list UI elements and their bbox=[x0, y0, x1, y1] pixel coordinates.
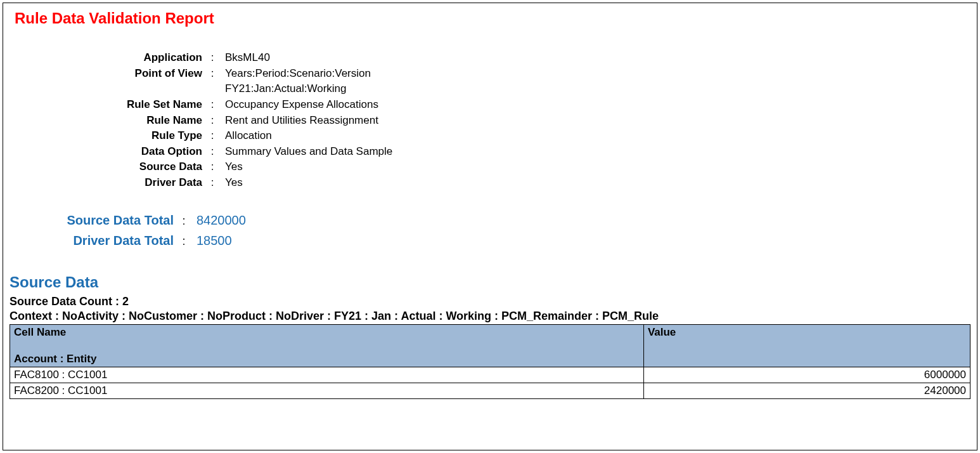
meta-colon: : bbox=[206, 128, 219, 144]
cell-name: FAC8100 : CC1001 bbox=[10, 367, 644, 383]
meta-label: Data Option bbox=[10, 144, 206, 160]
header-value: Value bbox=[643, 324, 970, 367]
meta-value: Summary Values and Data Sample bbox=[219, 144, 392, 160]
meta-value: Rent and Utilities Reassignment bbox=[219, 113, 378, 129]
source-data-section-title: Source Data bbox=[10, 273, 970, 291]
total-colon: : bbox=[177, 232, 190, 251]
meta-row-pov: Point of View : Years:Period:Scenario:Ve… bbox=[10, 66, 970, 97]
total-label: Driver Data Total bbox=[10, 230, 177, 251]
header-cell-name: Cell Name Account : Entity bbox=[10, 324, 644, 367]
meta-value: Yes bbox=[219, 159, 243, 175]
meta-value: Yes bbox=[219, 175, 243, 191]
source-data-context: Context : NoActivity : NoCustomer : NoPr… bbox=[10, 310, 970, 323]
cell-name: FAC8200 : CC1001 bbox=[10, 383, 644, 398]
meta-colon: : bbox=[206, 66, 219, 82]
meta-row-ruletype: Rule Type : Allocation bbox=[10, 128, 970, 144]
meta-colon: : bbox=[206, 159, 219, 175]
meta-value: Allocation bbox=[219, 128, 272, 144]
meta-row-ruleset: Rule Set Name : Occupancy Expense Alloca… bbox=[10, 97, 970, 113]
source-data-table: Cell Name Account : Entity Value FAC8100… bbox=[10, 324, 970, 399]
meta-label: Source Data bbox=[10, 159, 206, 175]
header-cell-name-main: Cell Name bbox=[14, 326, 66, 338]
total-value: 18500 bbox=[190, 230, 232, 251]
table-row: FAC8200 : CC1001 2420000 bbox=[10, 383, 970, 398]
cell-value: 6000000 bbox=[643, 367, 970, 383]
header-cell-name-sub: Account : Entity bbox=[14, 353, 640, 365]
meta-label: Rule Set Name bbox=[10, 97, 206, 113]
meta-value: Occupancy Expense Allocations bbox=[219, 97, 378, 113]
report-title: Rule Data Validation Report bbox=[15, 10, 970, 27]
meta-value: BksML40 bbox=[219, 50, 270, 66]
meta-colon: : bbox=[206, 144, 219, 160]
meta-colon: : bbox=[206, 97, 219, 113]
meta-label: Rule Name bbox=[10, 113, 206, 129]
meta-row-dataoption: Data Option : Summary Values and Data Sa… bbox=[10, 144, 970, 160]
meta-row-application: Application : BksML40 bbox=[10, 50, 970, 66]
meta-row-rulename: Rule Name : Rent and Utilities Reassignm… bbox=[10, 113, 970, 129]
meta-label: Application bbox=[10, 50, 206, 66]
cell-value: 2420000 bbox=[643, 383, 970, 398]
report-container: Rule Data Validation Report Application … bbox=[3, 3, 977, 450]
totals-block: Source Data Total : 8420000 Driver Data … bbox=[10, 210, 970, 251]
table-header-row: Cell Name Account : Entity Value bbox=[10, 324, 970, 367]
pov-line1: Years:Period:Scenario:Version bbox=[225, 66, 371, 82]
meta-row-sourcedata: Source Data : Yes bbox=[10, 159, 970, 175]
meta-label: Point of View bbox=[10, 66, 206, 82]
meta-colon: : bbox=[206, 113, 219, 129]
table-row: FAC8100 : CC1001 6000000 bbox=[10, 367, 970, 383]
total-label: Source Data Total bbox=[10, 210, 177, 230]
meta-label: Driver Data bbox=[10, 175, 206, 191]
total-row-source: Source Data Total : 8420000 bbox=[10, 210, 970, 230]
meta-row-driverdata: Driver Data : Yes bbox=[10, 175, 970, 191]
meta-colon: : bbox=[206, 175, 219, 191]
total-colon: : bbox=[177, 212, 190, 230]
meta-block: Application : BksML40 Point of View : Ye… bbox=[10, 50, 970, 191]
total-value: 8420000 bbox=[190, 210, 246, 230]
total-row-driver: Driver Data Total : 18500 bbox=[10, 230, 970, 251]
source-data-count: Source Data Count : 2 bbox=[10, 295, 970, 308]
meta-value: Years:Period:Scenario:Version FY21:Jan:A… bbox=[219, 66, 371, 97]
meta-colon: : bbox=[206, 50, 219, 66]
pov-line2: FY21:Jan:Actual:Working bbox=[225, 81, 371, 97]
meta-label: Rule Type bbox=[10, 128, 206, 144]
